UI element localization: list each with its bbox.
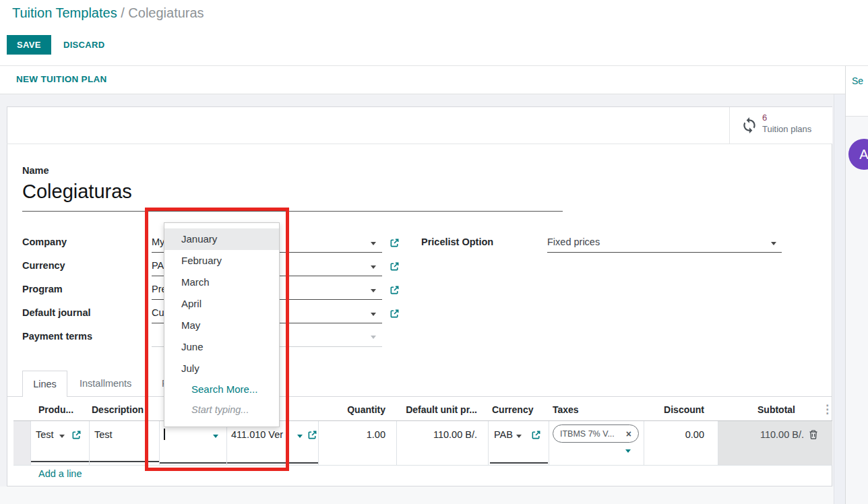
stat-strip-divider <box>7 144 832 144</box>
company-label: Company <box>22 237 67 247</box>
annotation-rectangle <box>145 208 289 471</box>
tab-lines[interactable]: Lines <box>22 371 67 397</box>
add-a-line-link[interactable]: Add a line <box>38 468 82 479</box>
row-bottom-line <box>13 465 832 466</box>
row-discount-field[interactable]: 0.00 <box>637 429 704 440</box>
default-journal-external-link-icon[interactable] <box>390 309 400 321</box>
col-header-quantity[interactable]: Quantity <box>318 404 385 415</box>
chatter-body <box>846 117 868 504</box>
delete-row-icon[interactable] <box>808 429 819 442</box>
payment-terms-caret-icon[interactable] <box>371 336 376 339</box>
col-header-product[interactable]: Produ... <box>38 404 73 415</box>
row-handle-cell[interactable] <box>13 421 30 465</box>
col-sep <box>396 421 397 465</box>
row-product-caret-icon[interactable] <box>59 435 65 438</box>
row-subtotal-value: 110.00 B/. <box>718 429 804 440</box>
name-input[interactable]: Colegiaturas <box>22 181 132 203</box>
row-account-caret-icon[interactable] <box>297 435 303 438</box>
breadcrumb: Tuition Templates / Colegiaturas <box>12 5 204 21</box>
company-caret-icon[interactable] <box>371 242 376 245</box>
currency-caret-icon[interactable] <box>371 265 376 269</box>
stat-count: 6 <box>762 113 767 123</box>
col-sep <box>644 421 644 465</box>
col-header-discount[interactable]: Discount <box>637 404 704 415</box>
tab-installments[interactable]: Installments <box>80 378 131 389</box>
col-sep <box>89 421 90 465</box>
tax-remove-icon[interactable]: × <box>626 429 631 439</box>
name-underline <box>22 211 563 212</box>
pricelist-option-select[interactable]: Fixed prices <box>547 237 600 247</box>
row-currency-caret-icon[interactable] <box>516 435 522 438</box>
company-external-link-icon[interactable] <box>390 238 400 250</box>
program-external-link-icon[interactable] <box>390 285 400 297</box>
tab-bar-line <box>7 396 832 397</box>
col-sep <box>318 421 319 465</box>
col-header-description[interactable]: Description <box>92 404 144 415</box>
col-header-taxes[interactable]: Taxes <box>553 404 579 415</box>
more-options-icon[interactable]: ⋮ <box>822 402 833 416</box>
chatter-panel: Se A <box>845 66 868 504</box>
stat-label: Tuition plans <box>762 124 811 134</box>
row-taxes-caret-icon[interactable] <box>625 449 631 453</box>
col-header-subtotal[interactable]: Subtotal <box>728 404 795 415</box>
row-unit-price-field[interactable]: 110.00 B/. <box>396 429 477 440</box>
default-journal-label: Default journal <box>22 307 91 318</box>
subtotal-cell <box>718 421 832 465</box>
row-product-field[interactable]: Test <box>36 429 54 440</box>
currency-external-link-icon[interactable] <box>390 261 400 274</box>
default-journal-caret-icon[interactable] <box>371 313 376 316</box>
sync-icon <box>741 117 758 136</box>
row-currency-field[interactable]: PAB <box>494 429 513 440</box>
breadcrumb-separator: / <box>121 5 128 20</box>
payment-terms-label: Payment terms <box>22 331 92 342</box>
row-product-external-link-icon[interactable] <box>71 430 82 442</box>
tax-tag[interactable]: ITBMS 7% V... × <box>553 424 639 443</box>
top-header: Tuition Templates / Colegiaturas SAVE DI… <box>0 0 868 66</box>
col-header-currency[interactable]: Currency <box>492 404 533 415</box>
bottom-background <box>0 486 834 504</box>
pricelist-option-label: Pricelist Option <box>421 237 493 247</box>
breadcrumb-parent-link[interactable]: Tuition Templates <box>12 5 117 20</box>
currency-cell-underline <box>490 462 548 464</box>
save-button[interactable]: SAVE <box>7 35 51 55</box>
row-account-external-link-icon[interactable] <box>307 430 317 442</box>
breadcrumb-current: Colegiaturas <box>128 5 204 20</box>
tuition-plans-stat-button[interactable]: 6 Tuition plans <box>729 107 832 144</box>
col-sep <box>549 421 549 465</box>
avatar-initial: A <box>859 147 868 162</box>
col-header-unit-price[interactable]: Default unit pr... <box>396 404 477 415</box>
pricelist-underline <box>547 252 782 253</box>
odoo-tuition-template-form: Tuition Templates / Colegiaturas SAVE DI… <box>0 0 868 504</box>
tax-tag-label: ITBMS 7% V... <box>560 429 615 439</box>
send-message-button[interactable]: Se <box>852 75 863 86</box>
name-label: Name <box>22 165 49 176</box>
action-toolbar: NEW TUITION PLAN <box>0 66 845 94</box>
row-quantity-field[interactable]: 1.00 <box>318 429 385 440</box>
row-currency-external-link-icon[interactable] <box>531 430 541 442</box>
pricelist-caret-icon[interactable] <box>771 242 776 245</box>
col-sep <box>488 421 489 465</box>
table-header-line <box>13 420 832 421</box>
new-tuition-plan-button[interactable]: NEW TUITION PLAN <box>16 74 107 84</box>
col-sep <box>30 421 31 465</box>
product-cell-underline <box>31 461 89 462</box>
tab-lines-label: Lines <box>33 379 57 389</box>
program-label: Program <box>22 284 63 294</box>
scrollbar-track[interactable] <box>834 94 845 504</box>
row-description-field[interactable]: Test <box>94 429 113 440</box>
currency-label: Currency <box>22 260 65 271</box>
discard-button[interactable]: DISCARD <box>63 40 104 50</box>
program-caret-icon[interactable] <box>371 289 376 292</box>
